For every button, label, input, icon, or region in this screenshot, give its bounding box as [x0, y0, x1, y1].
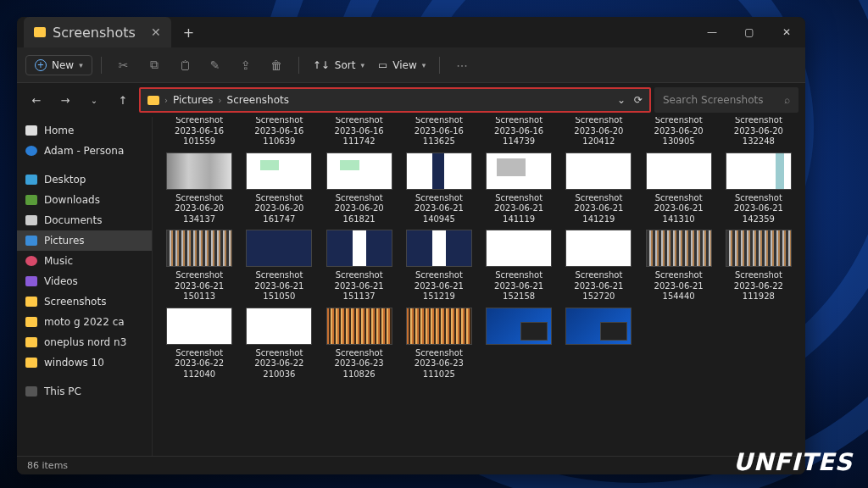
sidebar-item-thispc[interactable]: This PC — [17, 381, 152, 402]
watermark: UNFITES — [733, 448, 853, 476]
back-button[interactable]: ← — [24, 87, 49, 113]
file-item[interactable]: Screenshot2023-06-20161747 — [241, 152, 317, 225]
sidebar-label: Music — [44, 255, 73, 267]
file-item[interactable]: Screenshot2023-06-21141119 — [481, 152, 557, 225]
file-item[interactable]: Screenshot2023-06-21141219 — [560, 152, 637, 225]
file-item[interactable]: Screenshot2023-06-21151219 — [401, 230, 477, 302]
file-item[interactable] — [560, 308, 637, 380]
file-item[interactable]: Screenshot2023-06-20120412 — [560, 117, 637, 147]
chevron-down-icon[interactable]: ⌄ — [617, 94, 626, 106]
sidebar-item-motog[interactable]: moto g 2022 ca — [17, 312, 152, 332]
folder-icon — [25, 317, 37, 327]
file-item[interactable]: Screenshot2023-06-16114739 — [481, 117, 557, 147]
file-item[interactable]: Screenshot2023-06-20134137 — [161, 152, 237, 225]
file-item[interactable]: Screenshot2023-06-21154440 — [641, 230, 717, 302]
file-label: Screenshot2023-06-23111025 — [415, 348, 464, 380]
folder-icon — [25, 297, 37, 307]
sidebar-item-videos[interactable]: Videos — [17, 271, 152, 291]
file-item[interactable] — [481, 308, 557, 380]
file-item[interactable]: Screenshot2023-06-16113625 — [401, 117, 477, 147]
file-item[interactable]: Screenshot2023-06-21152720 — [560, 230, 637, 302]
file-item[interactable]: Screenshot2023-06-21141310 — [641, 152, 717, 225]
sidebar: Home Adam - Persona Desktop Downloads Do… — [17, 117, 153, 456]
file-label: Screenshot2023-06-21151137 — [335, 270, 384, 302]
more-icon[interactable]: ⋯ — [448, 53, 476, 77]
sidebar-item-oneplus[interactable]: oneplus nord n3 — [17, 332, 152, 352]
file-label: Screenshot2023-06-22111928 — [734, 270, 783, 302]
file-item[interactable]: Screenshot2023-06-16110639 — [241, 117, 317, 147]
sidebar-label: Screenshots — [44, 296, 106, 308]
thumbnail — [565, 230, 632, 267]
sidebar-item-documents[interactable]: Documents — [17, 210, 152, 230]
close-window-button[interactable]: ✕ — [768, 17, 805, 47]
file-item[interactable]: Screenshot2023-06-23110826 — [321, 308, 398, 380]
thumbnail — [326, 152, 392, 190]
sidebar-label: This PC — [44, 385, 81, 397]
close-tab-icon[interactable]: ✕ — [151, 25, 161, 39]
file-item[interactable]: Screenshot2023-06-16111742 — [321, 117, 398, 147]
share-icon[interactable]: ⇪ — [232, 53, 259, 77]
breadcrumb-screenshots[interactable]: Screenshots — [227, 94, 289, 106]
sidebar-item-onedrive[interactable]: Adam - Persona — [17, 141, 152, 161]
file-label: Screenshot2023-06-21141310 — [654, 193, 704, 225]
file-explorer-window: Screenshots ✕ + — ▢ ✕ + New ▾ ✂ ⧉ 📋︎ ✎ ⇪… — [17, 17, 805, 474]
file-item[interactable]: Screenshot2023-06-21150113 — [161, 230, 237, 302]
breadcrumb-pictures[interactable]: Pictures — [173, 94, 214, 106]
file-item[interactable]: Screenshot2023-06-22112040 — [161, 308, 237, 380]
new-button[interactable]: + New ▾ — [25, 55, 92, 75]
sidebar-item-music[interactable]: Music — [17, 251, 152, 271]
sort-label: Sort — [335, 59, 356, 71]
chevron-down-icon: ▾ — [360, 61, 364, 69]
file-item[interactable]: Screenshot2023-06-22210036 — [241, 308, 317, 380]
sort-button[interactable]: ↑↓ Sort ▾ — [308, 59, 370, 71]
address-bar[interactable]: › Pictures › Screenshots ⌄ ⟳ — [139, 87, 651, 113]
file-item[interactable]: Screenshot2023-06-20132248 — [721, 117, 797, 147]
tab-screenshots[interactable]: Screenshots ✕ — [24, 17, 171, 47]
desktop-icon — [25, 175, 37, 185]
file-item[interactable]: Screenshot2023-06-16101559 — [161, 117, 237, 147]
file-label: Screenshot2023-06-21151050 — [254, 270, 303, 302]
sidebar-label: windows 10 — [44, 357, 104, 369]
forward-button[interactable]: → — [53, 87, 78, 113]
file-item[interactable]: Screenshot2023-06-21140945 — [401, 152, 477, 225]
view-label: View — [392, 59, 416, 71]
paste-icon[interactable]: 📋︎ — [171, 53, 198, 77]
music-icon — [25, 256, 37, 266]
search-input[interactable]: Search Screenshots ⌕ — [654, 87, 798, 113]
sidebar-item-desktop[interactable]: Desktop — [17, 169, 152, 190]
sort-icon: ↑↓ — [313, 59, 330, 71]
sidebar-item-screenshots[interactable]: Screenshots — [17, 291, 152, 312]
file-item[interactable]: Screenshot2023-06-23111025 — [401, 308, 477, 380]
sidebar-item-win10[interactable]: windows 10 — [17, 352, 152, 373]
delete-icon[interactable]: 🗑︎ — [263, 53, 290, 77]
file-item[interactable]: Screenshot2023-06-22111928 — [721, 230, 797, 302]
up-button[interactable]: ↑ — [110, 87, 136, 113]
sidebar-label: Documents — [44, 214, 102, 226]
minimize-button[interactable]: — — [693, 17, 731, 47]
sidebar-label: Videos — [44, 275, 78, 287]
sidebar-item-home[interactable]: Home — [17, 120, 152, 141]
view-button[interactable]: ▭ View ▾ — [373, 59, 431, 71]
sidebar-item-downloads[interactable]: Downloads — [17, 190, 152, 210]
file-item[interactable]: Screenshot2023-06-21152158 — [481, 230, 557, 302]
file-item[interactable]: Screenshot2023-06-21151050 — [241, 230, 317, 302]
new-tab-button[interactable]: + — [183, 25, 194, 41]
sidebar-item-pictures[interactable]: Pictures — [17, 230, 152, 251]
maximize-button[interactable]: ▢ — [731, 17, 768, 47]
file-item[interactable]: Screenshot2023-06-20161821 — [321, 152, 398, 225]
refresh-icon[interactable]: ⟳ — [634, 94, 643, 106]
thumbnail — [486, 230, 552, 267]
cut-icon[interactable]: ✂ — [110, 53, 137, 77]
home-icon — [25, 125, 37, 136]
file-item[interactable]: Screenshot2023-06-20130905 — [641, 117, 717, 147]
chevron-down-icon[interactable]: ⌄ — [81, 87, 107, 113]
cloud-icon — [25, 146, 37, 156]
rename-icon[interactable]: ✎ — [202, 53, 229, 77]
file-item[interactable]: Screenshot2023-06-21151137 — [321, 230, 398, 302]
copy-icon[interactable]: ⧉ — [141, 53, 168, 77]
thumbnail — [246, 308, 312, 345]
file-item[interactable]: Screenshot2023-06-21142359 — [721, 152, 797, 225]
file-label: Screenshot2023-06-20161747 — [254, 193, 303, 225]
thumbnail — [726, 230, 792, 267]
folder-icon — [25, 337, 37, 347]
